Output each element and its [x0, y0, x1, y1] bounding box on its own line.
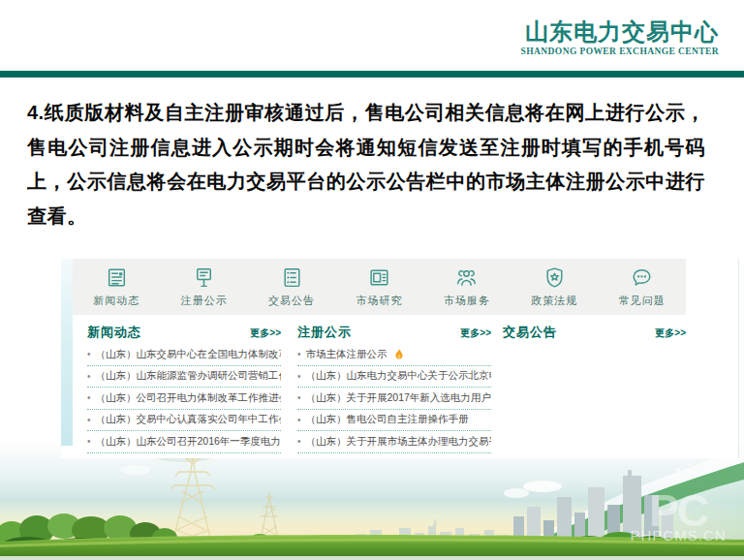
hot-flame-icon	[394, 349, 404, 360]
logo: 山东电力交易中心 SHANDONG POWER EXCHANGE CENTER	[521, 19, 719, 57]
more-link[interactable]: 更多>>	[655, 327, 686, 340]
bullet-icon: •	[297, 436, 301, 447]
bullet-icon: •	[297, 415, 301, 425]
cloud	[523, 481, 562, 492]
list-item[interactable]: •（山东）公司召开电力体制改革工作推进会	[87, 388, 281, 410]
list-item[interactable]: •（山东）山东能源监管办调研公司营销工作	[87, 366, 281, 389]
nav-item-research[interactable]: 市场研究	[335, 265, 422, 308]
nav-item-policy[interactable]: 政策法规	[511, 265, 598, 308]
footer-bottom-strip	[0, 556, 744, 560]
research-icon	[367, 265, 391, 290]
logo-title: 山东电力交易中心	[521, 19, 719, 45]
header-divider-bar	[0, 71, 744, 78]
nav-item-services[interactable]: 市场服务	[423, 265, 511, 308]
footer-landscape-image: PC PHPCMS.CN	[0, 441, 744, 560]
news-column: 新闻动态 更多>> •（山东）山东交易中心在全国电力体制改革座谈会上 •（山东）…	[87, 324, 281, 453]
bullet-icon: •	[297, 392, 301, 403]
list-item-text: 市场主体注册公示	[306, 348, 388, 361]
nav-item-news[interactable]: 新闻动态	[73, 265, 160, 308]
list-item[interactable]: •（山东）关于开展市场主体办理电力交易平台CFCA	[297, 431, 491, 453]
slide: 山东电力交易中心 SHANDONG POWER EXCHANGE CENTER …	[0, 0, 744, 560]
list-item-text: （山东）关于开展2017年新入选电力用户进行电力交	[306, 391, 491, 405]
list-item[interactable]: •（山东）山东交易中心在全国电力体制改革座谈会上	[87, 344, 281, 366]
bullet-icon: •	[297, 371, 301, 382]
list-icon	[280, 265, 304, 290]
nav-item-label: 交易公告	[268, 294, 315, 308]
announcement-column: 交易公告 更多>>	[503, 324, 686, 453]
body-paragraph: 4.纸质版材料及自主注册审核通过后，售电公司相关信息将在网上进行公示，售电公司注…	[27, 96, 705, 233]
bullet-icon: •	[87, 392, 91, 403]
nav-item-label: 市场研究	[356, 294, 402, 308]
nav-item-faq[interactable]: 常见问题	[599, 265, 686, 308]
list-item[interactable]: •（山东）售电公司自主注册操作手册	[297, 410, 491, 432]
nav-item-label: 政策法规	[531, 294, 577, 308]
watermark-label: PHPCMS.CN	[630, 527, 726, 544]
more-link[interactable]: 更多>>	[250, 327, 281, 340]
nav-item-label: 市场服务	[444, 294, 490, 308]
list-item-text: （山东）关于开展市场主体办理电力交易平台CFCA	[306, 435, 491, 449]
list-item-text: （山东）公司召开电力体制改革工作推进会	[96, 391, 281, 405]
list-item-text: （山东）山东能源监管办调研公司营销工作	[96, 369, 281, 383]
list-item-text: （山东）交易中心认真落实公司年中工作会议精神	[96, 413, 281, 426]
list-item[interactable]: •（山东）山东公司召开2016年一季度电力市场交易信	[87, 431, 281, 453]
register-column: 注册公示 更多>> • 市场主体注册公示 •（山东）山东电力交易中心关于公示北京…	[297, 324, 491, 453]
bullet-icon: •	[87, 436, 91, 447]
people-icon	[454, 265, 479, 290]
more-link[interactable]: 更多>>	[460, 327, 491, 340]
list-item-text: （山东）山东电力交易中心关于公示北京电力交易中	[306, 369, 491, 383]
nav-item-label: 注册公示	[181, 294, 228, 308]
website-content: 新闻动态 更多>> •（山东）山东交易中心在全国电力体制改革座谈会上 •（山东）…	[73, 315, 686, 453]
website-left-edge	[61, 259, 73, 446]
list-item-text: （山东）山东公司召开2016年一季度电力市场交易信	[96, 435, 281, 449]
bullet-icon: •	[87, 371, 91, 382]
shield-star-icon	[542, 265, 567, 290]
list-item-text: （山东）山东交易中心在全国电力体制改革座谈会上	[96, 348, 281, 361]
nav-item-label: 新闻动态	[93, 294, 140, 308]
logo-subtitle: SHANDONG POWER EXCHANGE CENTER	[521, 47, 719, 56]
website-navbar: 新闻动态 注册公示 交易公告	[73, 259, 686, 315]
column-title: 新闻动态	[87, 324, 141, 341]
list-item[interactable]: • 市场主体注册公示	[297, 344, 491, 366]
signboard-icon	[192, 265, 216, 290]
list-item[interactable]: •（山东）山东电力交易中心关于公示北京电力交易中	[297, 366, 491, 389]
column-title: 注册公示	[297, 324, 352, 341]
nav-item-announcement[interactable]: 交易公告	[248, 265, 335, 308]
list-item[interactable]: •（山东）交易中心认真落实公司年中工作会议精神	[87, 410, 281, 432]
bullet-icon: •	[297, 349, 301, 359]
bullet-icon: •	[87, 349, 91, 359]
nav-item-label: 常见问题	[619, 294, 666, 308]
nav-item-register[interactable]: 注册公示	[160, 265, 247, 308]
list-item[interactable]: •（山东）关于开展2017年新入选电力用户进行电力交	[297, 388, 491, 410]
news-icon	[105, 265, 129, 290]
chat-icon	[630, 265, 654, 290]
bullet-icon: •	[87, 415, 91, 425]
list-item-text: （山东）售电公司自主注册操作手册	[306, 413, 469, 426]
website-screenshot: 新闻动态 注册公示 交易公告	[61, 259, 739, 458]
column-title: 交易公告	[503, 324, 557, 341]
